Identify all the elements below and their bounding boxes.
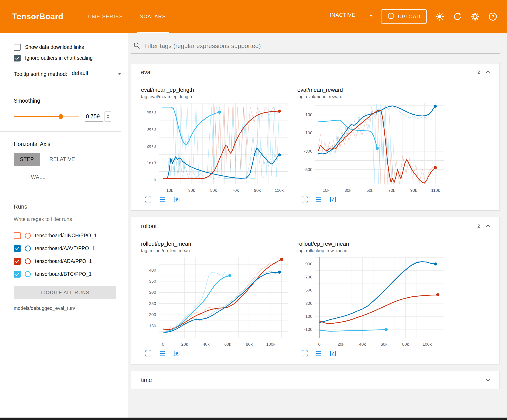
svg-text:50k: 50k bbox=[366, 188, 373, 193]
svg-text:-300: -300 bbox=[304, 149, 312, 153]
tab-scalars[interactable]: SCALARS bbox=[136, 0, 170, 33]
divider bbox=[0, 88, 121, 88]
expand-icon[interactable] bbox=[144, 195, 153, 204]
runs-filter-input[interactable] bbox=[14, 216, 121, 225]
fit-domain-icon[interactable] bbox=[172, 349, 181, 358]
chart-canvas[interactable]: 020k40k60k80k100k-100100300500700900 bbox=[297, 254, 451, 349]
smoothing-slider[interactable] bbox=[14, 114, 79, 119]
section-count: 2 bbox=[477, 69, 480, 75]
run-checkbox[interactable] bbox=[14, 258, 21, 265]
svg-text:30k: 30k bbox=[188, 188, 195, 193]
section-title: rollout bbox=[141, 223, 477, 230]
run-checkbox[interactable] bbox=[14, 232, 21, 239]
section-eval-header[interactable]: eval 2 bbox=[131, 63, 500, 81]
svg-text:90k: 90k bbox=[254, 188, 261, 193]
tag-filter-bar bbox=[131, 42, 500, 54]
refresh-icon[interactable] bbox=[452, 12, 462, 21]
data-table-icon[interactable] bbox=[315, 195, 323, 204]
svg-text:250: 250 bbox=[149, 301, 156, 306]
chart-title: eval/mean_reward bbox=[297, 87, 451, 93]
horizontal-axis-label: Horizontal Axis bbox=[14, 141, 121, 147]
run-row[interactable]: tensorboard/1INCH/PPO_1 bbox=[14, 229, 121, 242]
chart-block-eval-mean-ep-length: eval/mean_ep_length tag: eval/mean_ep_le… bbox=[141, 87, 295, 204]
expand-icon[interactable] bbox=[300, 349, 309, 358]
fit-domain-icon[interactable] bbox=[172, 195, 181, 204]
fit-domain-icon[interactable] bbox=[329, 349, 337, 358]
section-time-header[interactable]: time bbox=[131, 371, 500, 389]
slider-thumb[interactable] bbox=[58, 114, 63, 119]
run-list: tensorboard/1INCH/PPO_1tensorboard/AAVE/… bbox=[14, 229, 121, 281]
help-icon[interactable]: ? bbox=[488, 12, 498, 21]
checkbox-checked-icon[interactable] bbox=[14, 55, 21, 62]
tooltip-sorting-row: Tooltip sorting method: default bbox=[14, 70, 121, 78]
upload-button[interactable]: UPLOAD bbox=[381, 9, 427, 24]
tooltip-sorting-dropdown[interactable]: default bbox=[72, 70, 121, 78]
svg-text:900: 900 bbox=[305, 262, 312, 266]
svg-text:700: 700 bbox=[305, 275, 312, 279]
run-color-radio[interactable] bbox=[25, 233, 31, 239]
axis-step-button[interactable]: STEP bbox=[14, 153, 40, 166]
section-rollout-header[interactable]: rollout 2 bbox=[131, 217, 500, 235]
svg-text:-500: -500 bbox=[304, 167, 312, 172]
number-spinner[interactable] bbox=[105, 111, 111, 122]
data-table-icon[interactable] bbox=[315, 349, 323, 358]
show-download-links-checkbox[interactable]: Show data download links bbox=[14, 44, 121, 51]
run-label: tensorboard/1INCH/PPO_1 bbox=[35, 233, 97, 239]
brightness-icon[interactable] bbox=[435, 12, 444, 21]
toggle-all-runs-button[interactable]: TOGGLE ALL RUNS bbox=[14, 286, 116, 299]
svg-text:30k: 30k bbox=[345, 188, 351, 193]
run-label: tensorboard/AAVE/PPO_1 bbox=[35, 246, 95, 251]
status-dropdown[interactable]: INACTIVE bbox=[330, 12, 373, 21]
bottom-edge bbox=[0, 418, 507, 420]
fit-domain-icon[interactable] bbox=[329, 195, 337, 204]
chart-canvas[interactable]: 020k40k60k80k100k150200250300350400 bbox=[141, 254, 295, 349]
section-rollout-body: rollout/ep_len_mean tag: rollout/ep_len_… bbox=[131, 235, 500, 364]
chart-toolbar bbox=[141, 195, 295, 204]
chevron-up-icon[interactable] bbox=[484, 222, 492, 230]
checkbox-unchecked-icon[interactable] bbox=[14, 44, 21, 51]
smoothing-control: 0.759 bbox=[14, 111, 121, 122]
chart-tag: tag: rollout/ep_len_mean bbox=[141, 248, 295, 253]
data-table-icon[interactable] bbox=[158, 195, 167, 204]
run-row[interactable]: tensorboard/BTC/PPO_1 bbox=[14, 268, 121, 281]
chart-canvas[interactable]: 10k30k50k70k90k110k100-100-300-500 bbox=[297, 100, 451, 195]
svg-text:0: 0 bbox=[162, 342, 164, 347]
run-color-radio[interactable] bbox=[25, 271, 31, 277]
svg-text:3e+3: 3e+3 bbox=[147, 127, 156, 131]
chevron-down-icon[interactable] bbox=[484, 376, 492, 384]
run-checkbox[interactable] bbox=[14, 271, 21, 278]
axis-relative-button[interactable]: RELATIVE bbox=[43, 153, 81, 166]
expand-icon[interactable] bbox=[300, 195, 309, 204]
svg-text:100k: 100k bbox=[422, 342, 432, 347]
run-row[interactable]: tensorboard/ADA/PPO_1 bbox=[14, 255, 121, 268]
chart-title: eval/mean_ep_length bbox=[141, 87, 295, 93]
section-card-rollout: rollout 2 rollout/ep_len_mean tag: rollo… bbox=[131, 217, 500, 365]
chart-title: rollout/ep_len_mean bbox=[141, 241, 295, 247]
chart-canvas[interactable]: 10k30k50k70k90k110k01e+32e+33e+34e+3 bbox=[141, 100, 295, 195]
ignore-outliers-checkbox[interactable]: Ignore outliers in chart scaling bbox=[14, 55, 121, 62]
chart-title: rollout/ep_rew_mean bbox=[297, 241, 451, 247]
tab-time-series[interactable]: TIME SERIES bbox=[83, 0, 127, 33]
run-checkbox[interactable] bbox=[14, 245, 21, 252]
axis-wall-button[interactable]: WALL bbox=[25, 171, 52, 184]
smoothing-value[interactable]: 0.759 bbox=[85, 113, 103, 122]
topbar-actions: INACTIVE UPLOAD bbox=[330, 9, 507, 24]
data-table-icon[interactable] bbox=[158, 349, 167, 358]
tooltip-sorting-value: default bbox=[72, 70, 88, 76]
smoothing-value-box[interactable]: 0.759 bbox=[85, 111, 111, 122]
main-content: eval 2 eval/mean_ep_length tag: eval/mea… bbox=[128, 33, 507, 420]
topbar: TensorBoard TIME SERIES SCALARS INACTIVE… bbox=[0, 0, 507, 33]
run-label: tensorboard/BTC/PPO_1 bbox=[35, 271, 92, 277]
tag-filter-input[interactable] bbox=[144, 42, 500, 50]
run-color-radio[interactable] bbox=[25, 246, 31, 251]
run-color-radio[interactable] bbox=[25, 258, 31, 264]
svg-text:90k: 90k bbox=[410, 188, 417, 193]
run-row[interactable]: tensorboard/AAVE/PPO_1 bbox=[14, 242, 121, 255]
settings-icon[interactable] bbox=[470, 12, 480, 21]
expand-icon[interactable] bbox=[144, 349, 153, 358]
section-title: time bbox=[141, 377, 484, 384]
chart-block-rollout-ep-rew-mean: rollout/ep_rew_mean tag: rollout/ep_rew_… bbox=[297, 241, 451, 358]
chevron-up-icon[interactable] bbox=[484, 68, 492, 76]
svg-text:200: 200 bbox=[149, 312, 156, 317]
chevron-down-icon bbox=[118, 70, 121, 76]
